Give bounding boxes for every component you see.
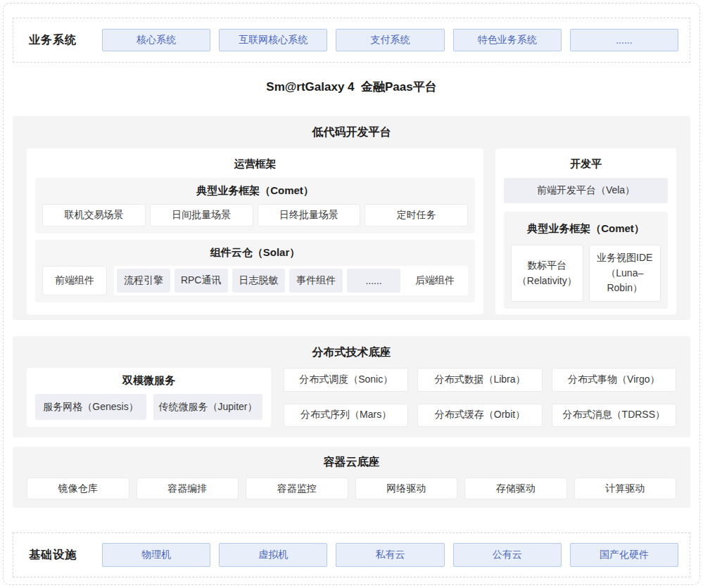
vela-frontend-platform: 前端开发平台（Vela） — [504, 178, 668, 203]
container-cloud-items-row: 镜像仓库 容器编排 容器监控 网络驱动 存储驱动 计算驱动 — [27, 478, 676, 499]
dual-mode-microservice-panel: 双模微服务 服务网格（Genesis） 传统微服务（Jupiter） — [27, 368, 271, 427]
infrastructure-band: 基础设施 物理机 虚拟机 私有云 公有云 国产化硬件 — [13, 532, 690, 577]
container-cloud-item: 网络驱动 — [355, 478, 458, 499]
comet-item: 联机交易场景 — [42, 204, 146, 226]
distributed-service-item: 分布式事物（Virgo） — [552, 368, 676, 392]
dual-mode-title: 双模微服务 — [35, 368, 262, 394]
solar-component-box: 组件云仓（Solar） 前端组件 流程引擎 RPC通讯 日志脱敏 事件组件 ..… — [35, 240, 475, 302]
distributed-services-grid: 分布式调度（Sonic） 分布式数据（Libra） 分布式事物（Virgo） 分… — [284, 368, 676, 427]
dev-comet-item-name: 数标平台 — [527, 258, 566, 274]
lowcode-platform-section: 低代码开发平台 运营框架 典型业务框架（Comet） 联机交易场景 日间批量场景… — [13, 116, 690, 320]
solar-pill-wrap: 流程引擎 RPC通讯 日志脱敏 事件组件 ...... 后端组件 — [114, 266, 468, 295]
distributed-body: 双模微服务 服务网格（Genesis） 传统微服务（Jupiter） 分布式调度… — [27, 368, 676, 427]
comet-items-row: 联机交易场景 日间批量场景 日终批量场景 定时任务 — [42, 204, 468, 226]
solar-pill: 日志脱敏 — [232, 269, 286, 293]
dev-comet-item: 数标平台 （Relativity） — [511, 245, 583, 302]
container-cloud-item: 容器编排 — [137, 478, 239, 499]
business-systems-band: 业务系统 核心系统 互联网核心系统 支付系统 特色业务系统 ...... — [13, 18, 690, 63]
infrastructure-chip: 国产化硬件 — [570, 543, 678, 567]
business-systems-label: 业务系统 — [29, 33, 102, 48]
business-system-chip: 互联网核心系统 — [219, 29, 327, 51]
operation-framework-panel: 运营框架 典型业务框架（Comet） 联机交易场景 日间批量场景 日终批量场景 … — [27, 148, 483, 314]
solar-pill: RPC通讯 — [175, 269, 228, 293]
business-system-chip: 核心系统 — [102, 29, 210, 51]
dual-mode-item: 服务网格（Genesis） — [35, 394, 146, 420]
solar-title: 组件云仓（Solar） — [42, 246, 468, 260]
distributed-service-item: 分布式数据（Libra） — [417, 368, 542, 392]
distributed-service-item: 分布式消息（TDRSS） — [552, 404, 676, 428]
container-cloud-item: 容器监控 — [246, 478, 348, 499]
dev-platform-panel: 开发平 前端开发平台（Vela） 典型业务框架（Comet） 数标平台 （Rel… — [495, 148, 676, 314]
distributed-service-item: 分布式序列（Mars） — [284, 404, 408, 428]
dev-comet-framework-box: 典型业务框架（Comet） 数标平台 （Relativity） 业务视图IDE … — [504, 212, 668, 309]
distributed-service-item: 分布式缓存（Orbit） — [417, 404, 542, 428]
comet-item: 日间批量场景 — [150, 204, 253, 226]
infrastructure-chip: 物理机 — [102, 543, 210, 567]
dev-comet-item-code: （Relativity） — [517, 274, 577, 289]
comet-framework-box: 典型业务框架（Comet） 联机交易场景 日间批量场景 日终批量场景 定时任务 — [35, 178, 475, 234]
business-system-chip: 特色业务系统 — [453, 29, 562, 51]
solar-back-item: 后端组件 — [405, 274, 465, 287]
solar-front-item: 前端组件 — [42, 266, 107, 295]
container-cloud-section: 容器云底座 镜像仓库 容器编排 容器监控 网络驱动 存储驱动 计算驱动 — [13, 447, 690, 508]
dev-comet-item: 业务视图IDE （Luna–Robin） — [589, 245, 661, 302]
distributed-service-item: 分布式调度（Sonic） — [284, 368, 408, 392]
infrastructure-items: 物理机 虚拟机 私有云 公有云 国产化硬件 — [102, 543, 678, 567]
dev-comet-items-row: 数标平台 （Relativity） 业务视图IDE （Luna–Robin） — [511, 245, 661, 302]
container-cloud-item: 镜像仓库 — [27, 478, 129, 499]
distributed-base-title: 分布式技术底座 — [27, 345, 676, 360]
dev-platform-title: 开发平 — [495, 148, 676, 178]
container-cloud-title: 容器云底座 — [27, 455, 676, 470]
dev-comet-title: 典型业务框架（Comet） — [511, 222, 661, 236]
dev-comet-item-code: （Luna–Robin） — [591, 266, 659, 296]
page-title: Sm@rtGalaxy 4 金融Paas平台 — [0, 79, 703, 96]
business-system-chip-more: ...... — [570, 29, 678, 51]
infrastructure-chip: 私有云 — [336, 543, 444, 567]
solar-pill: 事件组件 — [289, 269, 343, 293]
infrastructure-chip: 公有云 — [453, 543, 562, 567]
infrastructure-chip: 虚拟机 — [219, 543, 327, 567]
container-cloud-item: 计算驱动 — [574, 478, 677, 499]
distributed-base-section: 分布式技术底座 双模微服务 服务网格（Genesis） 传统微服务（Jupite… — [13, 336, 690, 437]
architecture-diagram: 业务系统 核心系统 互联网核心系统 支付系统 特色业务系统 ...... Sm@… — [0, 0, 703, 588]
solar-items-row: 前端组件 流程引擎 RPC通讯 日志脱敏 事件组件 ...... 后端组件 — [42, 266, 468, 295]
dual-mode-item: 传统微服务（Jupiter） — [153, 394, 262, 420]
container-cloud-item: 存储驱动 — [464, 478, 567, 499]
lowcode-platform-title: 低代码开发平台 — [27, 125, 676, 140]
solar-pill-more: ...... — [347, 269, 400, 293]
dev-comet-item-name: 业务视图IDE — [597, 250, 652, 266]
operation-framework-title: 运营框架 — [27, 148, 483, 178]
comet-item: 日终批量场景 — [258, 204, 361, 226]
comet-framework-title: 典型业务框架（Comet） — [42, 184, 468, 198]
dual-mode-items-row: 服务网格（Genesis） 传统微服务（Jupiter） — [35, 394, 262, 420]
business-system-chip: 支付系统 — [336, 29, 444, 51]
comet-item: 定时任务 — [365, 204, 468, 226]
solar-pill: 流程引擎 — [117, 269, 170, 293]
lowcode-platform-body: 运营框架 典型业务框架（Comet） 联机交易场景 日间批量场景 日终批量场景 … — [27, 148, 676, 314]
infrastructure-label: 基础设施 — [29, 548, 102, 563]
business-systems-items: 核心系统 互联网核心系统 支付系统 特色业务系统 ...... — [102, 29, 678, 51]
